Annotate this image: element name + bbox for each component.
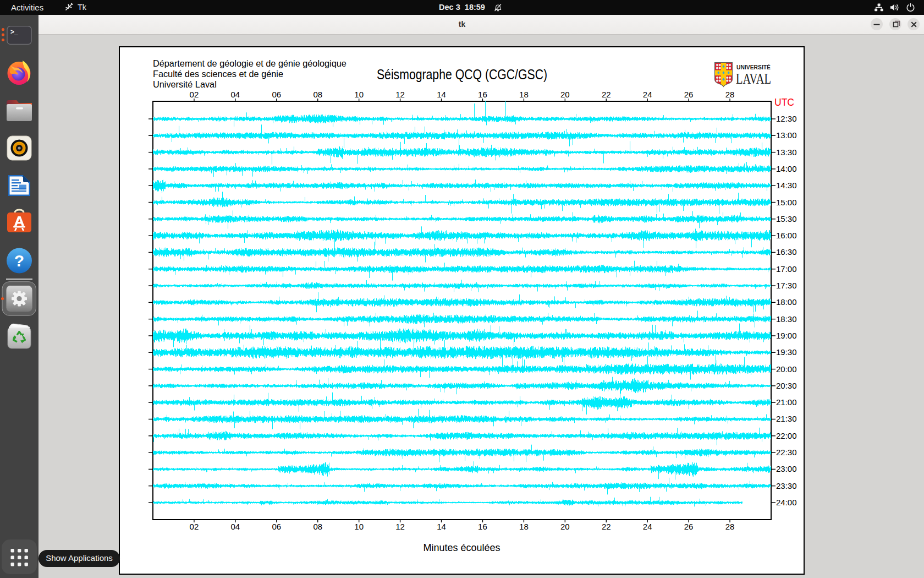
svg-text:16:00: 16:00: [776, 231, 797, 240]
svg-text:10: 10: [354, 522, 364, 531]
svg-text:04: 04: [231, 90, 240, 99]
svg-text:20:00: 20:00: [776, 364, 797, 374]
svg-text:22: 22: [602, 90, 611, 99]
svg-text:24:00: 24:00: [776, 498, 797, 507]
svg-text:UTC: UTC: [774, 97, 794, 108]
svg-text:24: 24: [643, 522, 652, 531]
svg-text:24: 24: [643, 90, 652, 99]
svg-text:21:30: 21:30: [776, 414, 797, 423]
svg-text:14: 14: [437, 522, 446, 531]
svg-text:14: 14: [437, 90, 446, 99]
svg-text:17:00: 17:00: [776, 264, 797, 274]
svg-text:>_: >_: [10, 28, 18, 36]
svg-text:20: 20: [560, 522, 570, 531]
svg-text:23:00: 23:00: [776, 464, 797, 473]
svg-text:?: ?: [14, 252, 24, 270]
svg-text:22: 22: [602, 522, 611, 531]
svg-text:18:00: 18:00: [776, 297, 797, 307]
svg-text:12: 12: [395, 90, 405, 99]
svg-text:20: 20: [560, 90, 570, 99]
svg-text:22:00: 22:00: [776, 431, 797, 440]
svg-text:15:00: 15:00: [776, 198, 797, 207]
svg-text:26: 26: [684, 90, 694, 99]
svg-text:28: 28: [725, 90, 735, 99]
svg-text:14:30: 14:30: [776, 181, 797, 190]
svg-text:22:30: 22:30: [776, 448, 797, 457]
svg-text:28: 28: [725, 522, 735, 531]
svg-text:18: 18: [519, 522, 529, 531]
svg-text:UNIVERSITÉ: UNIVERSITÉ: [736, 64, 771, 70]
svg-text:LAVAL: LAVAL: [736, 70, 771, 87]
svg-text:20:30: 20:30: [776, 381, 797, 390]
svg-text:18:30: 18:30: [776, 314, 797, 324]
svg-text:06: 06: [272, 522, 281, 531]
svg-text:12: 12: [395, 522, 405, 531]
svg-text:08: 08: [313, 522, 322, 531]
svg-text:02: 02: [190, 522, 199, 531]
svg-text:16:30: 16:30: [776, 247, 797, 257]
svg-text:12:30: 12:30: [776, 114, 797, 123]
svg-text:06: 06: [272, 90, 281, 99]
svg-text:10: 10: [354, 90, 364, 99]
svg-text:19:00: 19:00: [776, 331, 797, 340]
svg-text:23:30: 23:30: [776, 481, 797, 490]
svg-text:13:30: 13:30: [776, 148, 797, 157]
svg-text:21:00: 21:00: [776, 397, 797, 407]
svg-text:13:00: 13:00: [776, 130, 797, 140]
svg-text:19:30: 19:30: [776, 347, 797, 357]
svg-text:26: 26: [684, 522, 694, 531]
svg-text:16: 16: [478, 522, 487, 531]
svg-text:04: 04: [231, 522, 240, 531]
svg-text:17:30: 17:30: [776, 281, 797, 290]
svg-text:14:00: 14:00: [776, 164, 797, 173]
svg-text:08: 08: [313, 90, 322, 99]
svg-text:15:30: 15:30: [776, 214, 797, 223]
svg-text:18: 18: [519, 90, 529, 99]
svg-text:02: 02: [190, 90, 199, 99]
svg-text:16: 16: [478, 90, 487, 99]
